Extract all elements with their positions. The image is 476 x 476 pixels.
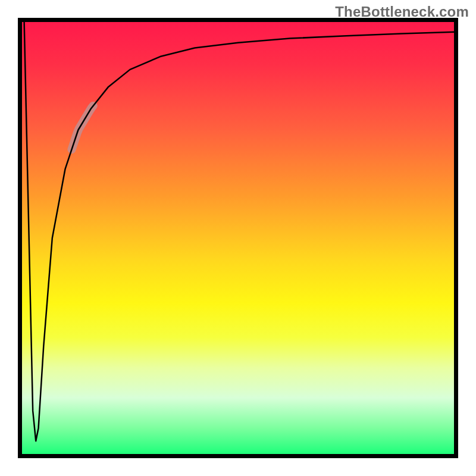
- curve-svg: [22, 22, 454, 454]
- curve-highlight-segment: [71, 106, 93, 150]
- bottleneck-curve-path: [24, 22, 454, 441]
- bottleneck-chart: TheBottleneck.com: [0, 0, 476, 476]
- plot-area: [18, 18, 458, 458]
